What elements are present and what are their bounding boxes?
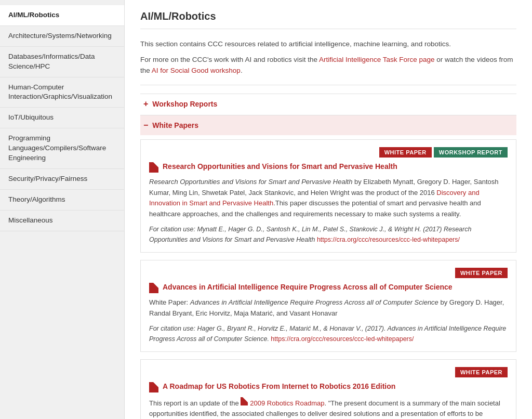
paper-3-body-text1: This report is an update of the [149, 399, 241, 407]
paper-2-badges: WHITE PAPER [149, 268, 508, 278]
paper-1-citation: For citation use: Mynatt E., Hager G. D.… [149, 224, 508, 245]
sidebar-item-databases[interactable]: Databases/Informatics/Data Science/HPC [0, 47, 124, 77]
sidebar-item-misc[interactable]: Miscellaneous [0, 211, 124, 231]
sidebar-item-hci[interactable]: Human-Computer Interaction/Graphics/Visu… [0, 77, 124, 108]
paper-1-citation-url[interactable]: https://cra.org/ccc/resources/ccc-led-wh… [317, 236, 460, 243]
pdf-icon-inline-3 [241, 397, 248, 405]
pdf-icon-2 [149, 283, 158, 293]
sidebar-item-iot[interactable]: IoT/Ubiquitous [0, 108, 124, 128]
pdf-icon-3 [149, 382, 158, 392]
badge-workshop-report-1: WORKSHOP REPORT [434, 147, 508, 158]
pdf-icon-1 [149, 162, 158, 173]
page-title: AI/ML/Robotics [140, 10, 516, 29]
paper-card-2: WHITE PAPER Advances in Artificial Intel… [140, 260, 516, 352]
paper-card-2-inner: WHITE PAPER Advances in Artificial Intel… [141, 260, 516, 351]
accordion-workshop-icon: + [143, 99, 148, 109]
paper-2-body-italic: Advances in Artificial Intelligence Requ… [190, 298, 438, 306]
paper-2-title-row: Advances in Artificial Intelligence Requ… [149, 282, 508, 293]
sidebar-item-security[interactable]: Security/Privacy/Fairness [0, 169, 124, 190]
badge-white-paper-1: WHITE PAPER [379, 147, 432, 158]
paper-1-citation-label: For citation use [149, 226, 193, 233]
paper-card-1: WHITE PAPER WORKSHOP REPORT Research Opp… [140, 139, 516, 253]
paper-1-badges: WHITE PAPER WORKSHOP REPORT [149, 147, 508, 158]
accordion-workshop-header[interactable]: + Workshop Reports [140, 94, 516, 114]
paper-3-title-row: A Roadmap for US Robotics From Internet … [149, 382, 508, 392]
sidebar-item-architecture[interactable]: Architecture/Systems/Networking [0, 26, 124, 47]
papers-list: WHITE PAPER WORKSHOP REPORT Research Opp… [140, 135, 516, 419]
intro-prefix: For more on the CCC's work with AI and r… [140, 56, 319, 63]
paper-1-title-row: Research Opportunities and Visions for S… [149, 162, 508, 173]
paper-3-badges: WHITE PAPER [149, 367, 508, 377]
paper-card-3: WHITE PAPER A Roadmap for US Robotics Fr… [140, 359, 516, 419]
sidebar-item-theory[interactable]: Theory/Algorithms [0, 190, 124, 211]
paper-card-3-inner: WHITE PAPER A Roadmap for US Robotics Fr… [141, 360, 516, 419]
main-content: AI/ML/Robotics This section contains CCC… [125, 0, 532, 419]
accordion-white-papers-icon: − [143, 121, 148, 130]
paper-card-1-inner: WHITE PAPER WORKSHOP REPORT Research Opp… [141, 140, 516, 252]
paper-2-body: White Paper: Advances in Artificial Inte… [149, 297, 508, 319]
paper-1-citation-colon: : Mynatt E., Hager G. D., Santosh K., Li… [193, 226, 443, 233]
ai-task-force-link[interactable]: Artificial Intelligence Task Force page [319, 56, 435, 63]
accordion-white-papers-label: White Papers [152, 121, 198, 129]
paper-2-citation-url[interactable]: https://cra.org/ccc/resources/ccc-led-wh… [271, 335, 414, 343]
paper-2-citation: For citation use: Hager G., Bryant R., H… [149, 323, 508, 344]
paper-2-body-prefix: White Paper: [149, 298, 190, 306]
accordion-white-papers-header[interactable]: − White Papers [140, 115, 516, 135]
badge-white-paper-3: WHITE PAPER [455, 367, 508, 377]
intro-paragraph-1: This section contains CCC resources rela… [140, 38, 516, 50]
paper-3-title[interactable]: A Roadmap for US Robotics From Internet … [163, 382, 395, 392]
accordion-workshop: + Workshop Reports [140, 94, 516, 114]
accordion-white-papers: − White Papers WHITE PAPER WORKSHOP REPO… [140, 115, 516, 419]
sidebar-item-programming[interactable]: Programming Languages/Compilers/Software… [0, 128, 124, 169]
paper-1-title[interactable]: Research Opportunities and Visions for S… [163, 162, 397, 172]
divider [140, 85, 516, 85]
social-good-link[interactable]: AI for Social Good workshop [152, 67, 241, 74]
paper-1-body-italic: Research Opportunities and Visions for S… [149, 178, 352, 186]
badge-white-paper-2: WHITE PAPER [455, 268, 508, 278]
intro-suffix: . [241, 67, 243, 74]
intro-text-1: This section contains CCC resources rela… [140, 40, 451, 48]
paper-2-title[interactable]: Advances in Artificial Intelligence Requ… [163, 282, 453, 293]
sidebar-item-ai-ml-robotics[interactable]: AI/ML/Robotics [0, 5, 124, 26]
robotics-roadmap-link[interactable]: 2009 Robotics Roadmap [250, 399, 324, 407]
intro-paragraph-2: For more on the CCC's work with AI and r… [140, 54, 516, 76]
sidebar: AI/ML/RoboticsArchitecture/Systems/Netwo… [0, 0, 125, 419]
paper-1-body: Research Opportunities and Visions for S… [149, 177, 508, 220]
accordion-workshop-label: Workshop Reports [152, 100, 217, 108]
paper-3-body: This report is an update of the 2009 Rob… [149, 397, 508, 419]
